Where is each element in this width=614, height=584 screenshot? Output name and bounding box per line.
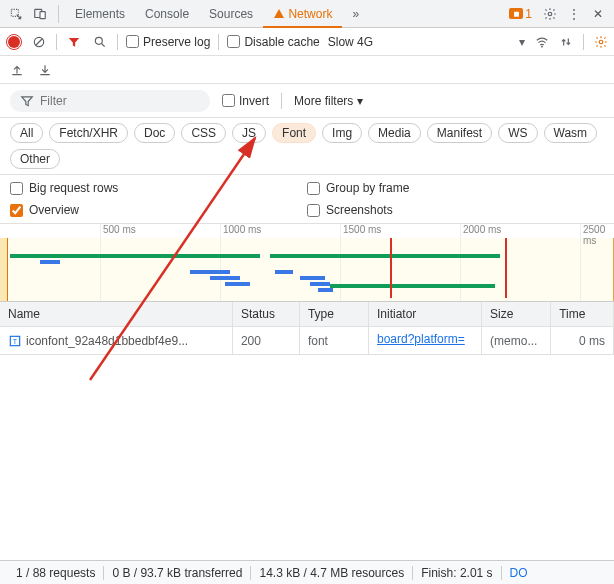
toolbar-divider-2 <box>117 34 118 50</box>
filter-input-pill[interactable] <box>10 90 210 112</box>
svg-point-6 <box>95 37 102 44</box>
chip-ws[interactable]: WS <box>498 123 537 143</box>
preserve-log-label: Preserve log <box>143 35 210 49</box>
more-filters-label: More filters <box>294 94 353 108</box>
col-name[interactable]: Name <box>0 302 232 327</box>
tick-1: 1000 ms <box>223 224 261 235</box>
options-row: Big request rows Overview Group by frame… <box>0 175 614 224</box>
col-status[interactable]: Status <box>232 302 299 327</box>
inspect-icon[interactable] <box>4 6 28 21</box>
filter-input[interactable] <box>40 94 200 108</box>
big-rows-checkbox[interactable]: Big request rows <box>10 181 307 195</box>
group-frame-checkbox[interactable]: Group by frame <box>307 181 604 195</box>
status-transferred: 0 B / 93.7 kB transferred <box>104 566 251 580</box>
tick-3: 2000 ms <box>463 224 501 235</box>
disable-cache-checkbox[interactable]: Disable cache <box>227 35 319 49</box>
invert-label: Invert <box>239 94 269 108</box>
tick-4: 2500 ms <box>583 224 605 246</box>
timeline-selection-handle[interactable] <box>0 238 8 301</box>
chip-img[interactable]: Img <box>322 123 362 143</box>
issues-badge-icon: ■ <box>509 8 523 19</box>
network-toolbar: Preserve log Disable cache Slow 4G ▾ <box>0 28 614 56</box>
filter-divider <box>281 93 282 109</box>
filter-toggle-icon[interactable] <box>65 34 83 49</box>
import-export-bar <box>0 56 614 84</box>
chip-doc[interactable]: Doc <box>134 123 175 143</box>
upload-har-icon[interactable] <box>10 62 24 77</box>
overview-checkbox[interactable]: Overview <box>10 203 307 217</box>
device-toggle-icon[interactable] <box>28 6 52 21</box>
funnel-icon <box>20 94 34 108</box>
clear-icon[interactable] <box>30 34 48 49</box>
record-button[interactable] <box>6 34 22 50</box>
chip-js[interactable]: JS <box>232 123 266 143</box>
chip-font[interactable]: Font <box>272 123 316 143</box>
invert-checkbox[interactable]: Invert <box>222 94 269 108</box>
tick-0: 500 ms <box>103 224 136 235</box>
toolbar-divider <box>56 34 57 50</box>
row-size: (memo... <box>482 327 551 355</box>
overview-label: Overview <box>29 203 79 217</box>
status-resources: 14.3 kB / 4.7 MB resources <box>251 566 413 580</box>
svg-line-7 <box>102 44 105 47</box>
chip-fetch[interactable]: Fetch/XHR <box>49 123 128 143</box>
tab-elements[interactable]: Elements <box>65 7 135 21</box>
settings-gear-icon[interactable] <box>538 6 562 21</box>
row-time: 0 ms <box>551 327 614 355</box>
row-status: 200 <box>232 327 299 355</box>
tab-network-label: Network <box>288 7 332 21</box>
table-header-row: Name Status Type Initiator Size Time <box>0 302 614 327</box>
table-row[interactable]: T iconfont_92a48d1bbedbf4e9... 200 font … <box>0 327 614 355</box>
col-time[interactable]: Time <box>551 302 614 327</box>
group-frame-label: Group by frame <box>326 181 409 195</box>
chip-wasm[interactable]: Wasm <box>544 123 598 143</box>
chip-other[interactable]: Other <box>10 149 60 169</box>
filter-row: Invert More filters ▾ <box>0 84 614 118</box>
tab-divider <box>58 5 59 23</box>
throttle-chevron-icon[interactable]: ▾ <box>519 35 525 49</box>
throttle-select[interactable]: Slow 4G <box>328 35 373 49</box>
screenshots-label: Screenshots <box>326 203 393 217</box>
status-dom: DO <box>502 566 536 580</box>
svg-rect-2 <box>40 12 45 19</box>
big-rows-label: Big request rows <box>29 181 118 195</box>
font-file-icon: T <box>8 334 22 348</box>
tab-sources[interactable]: Sources <box>199 7 263 21</box>
svg-point-8 <box>541 46 543 48</box>
row-initiator[interactable]: board?platform= <box>377 332 465 346</box>
download-har-icon[interactable] <box>38 62 52 77</box>
col-size[interactable]: Size <box>482 302 551 327</box>
type-filter-chips: All Fetch/XHR Doc CSS JS Font Img Media … <box>0 118 614 175</box>
kebab-menu-icon[interactable]: ⋮ <box>562 7 586 21</box>
tab-more[interactable]: » <box>342 7 369 21</box>
chip-manifest[interactable]: Manifest <box>427 123 492 143</box>
status-bar: 1 / 88 requests 0 B / 93.7 kB transferre… <box>0 560 614 584</box>
tab-console[interactable]: Console <box>135 7 199 21</box>
svg-point-3 <box>548 12 552 16</box>
col-initiator[interactable]: Initiator <box>369 302 482 327</box>
more-filters-button[interactable]: More filters ▾ <box>294 94 363 108</box>
network-settings-gear-icon[interactable] <box>594 34 608 49</box>
close-devtools-icon[interactable]: ✕ <box>586 7 610 21</box>
search-icon[interactable] <box>91 34 109 49</box>
timeline-overview[interactable]: 500 ms 1000 ms 1500 ms 2000 ms 2500 ms <box>0 224 614 302</box>
issues-indicator[interactable]: ■ 1 <box>503 7 538 21</box>
toolbar-divider-3 <box>218 34 219 50</box>
chip-css[interactable]: CSS <box>181 123 226 143</box>
chip-all[interactable]: All <box>10 123 43 143</box>
row-type: font <box>299 327 368 355</box>
col-type[interactable]: Type <box>299 302 368 327</box>
timeline-domcontent-marker <box>505 238 507 298</box>
disable-cache-label: Disable cache <box>244 35 319 49</box>
tick-2: 1500 ms <box>343 224 381 235</box>
chip-media[interactable]: Media <box>368 123 421 143</box>
preserve-log-checkbox[interactable]: Preserve log <box>126 35 210 49</box>
status-finish: Finish: 2.01 s <box>413 566 501 580</box>
upload-arrows-icon[interactable] <box>559 34 573 49</box>
wifi-icon[interactable] <box>535 34 549 49</box>
screenshots-checkbox[interactable]: Screenshots <box>307 203 604 217</box>
tab-network[interactable]: Network <box>263 0 342 28</box>
svg-point-9 <box>599 40 603 44</box>
timeline-load-marker <box>390 238 392 298</box>
status-requests: 1 / 88 requests <box>8 566 104 580</box>
